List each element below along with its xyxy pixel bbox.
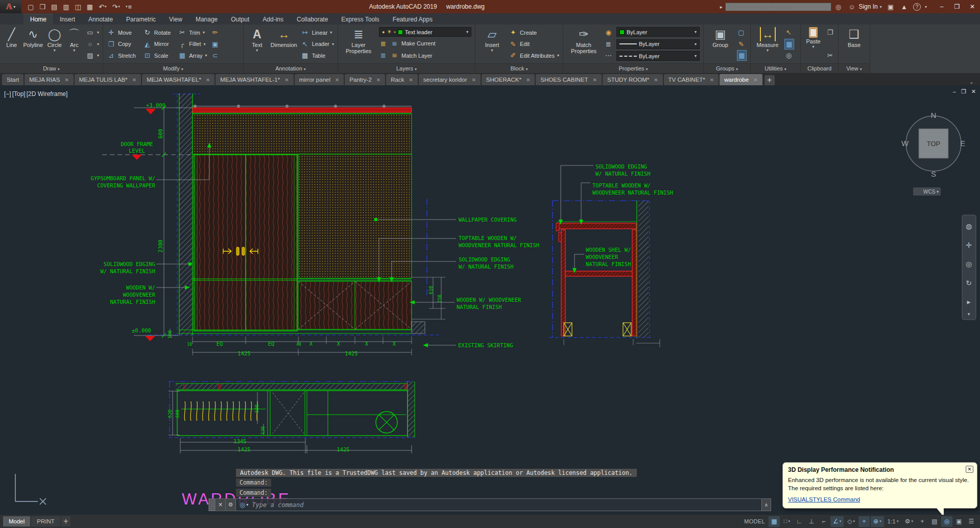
ungroup-button[interactable]: ▢ (737, 27, 747, 38)
isometric-drafting-toggle[interactable]: ◇▾ (845, 516, 857, 527)
file-tab-rack[interactable]: Rack✕ (386, 74, 418, 85)
workspace-switching-button[interactable]: ⚙▾ (902, 516, 916, 527)
file-tab-secretary-koridor[interactable]: secretary koridor✕ (419, 74, 481, 85)
tab-overflow-button[interactable]: ⌄ (965, 79, 978, 85)
dimension-button[interactable]: ↔Dimension (271, 26, 297, 62)
undo-button[interactable]: ↶▾ (97, 3, 108, 11)
copy-clip-button[interactable]: ❐ (826, 27, 834, 38)
object-color-dropdown[interactable]: ByLayer▾ (616, 27, 700, 37)
utilities-panel-label[interactable]: Utilities ▾ (751, 63, 800, 73)
file-tab-start[interactable]: Start (2, 74, 23, 85)
edit-attributes-button[interactable]: ✐Edit Attributes▾ (509, 50, 559, 61)
leader-button[interactable]: ↖Leader▾ (301, 39, 334, 50)
restore-button[interactable]: ❐ (949, 0, 965, 13)
base-button[interactable]: ❑Base (842, 26, 866, 62)
close-tab-icon[interactable]: ✕ (593, 77, 597, 83)
dynamic-input-toggle[interactable]: ⊥ (806, 516, 817, 527)
viewcube-west[interactable]: W (901, 139, 909, 148)
ribbon-tab-parametric[interactable]: Parametric (119, 14, 162, 25)
command-expand-button[interactable]: ∧ (762, 498, 771, 511)
file-tab-mirror-panel[interactable]: mirror panel✕ (295, 74, 344, 85)
polar-tracking-toggle[interactable]: ∠▾ (830, 516, 844, 527)
object-snap-tracking-toggle[interactable]: + (858, 516, 870, 527)
ribbon-tab-view[interactable]: View (162, 14, 189, 25)
arc-button[interactable]: ⌒Arc▾ (66, 26, 82, 62)
viewcube[interactable]: TOP N S W E WCS ▾ (901, 111, 965, 196)
object-snap-toggle[interactable]: ⊕▾ (871, 516, 884, 527)
visual-style-control[interactable]: [2D Wireframe] (27, 90, 68, 98)
offset-button[interactable]: ⊂ (211, 50, 220, 61)
array-button[interactable]: ▦Array▾ (178, 50, 207, 61)
trim-button[interactable]: ✂Trim▾ (178, 27, 207, 38)
plot-button[interactable]: ▦ (85, 3, 95, 11)
minimize-button[interactable]: – (934, 0, 949, 13)
navbar-menu-icon[interactable]: ▾ (968, 311, 970, 317)
scale-button[interactable]: ⊡Scale (143, 50, 171, 61)
model-layout-tab[interactable]: Model (3, 516, 30, 526)
file-tab-meja-tulis-lab-[interactable]: MEJA TULIS LAB*✕ (75, 74, 141, 85)
close-tab-icon[interactable]: ✕ (206, 77, 210, 83)
erase-button[interactable]: ✏ (211, 27, 220, 38)
match-properties-button[interactable]: ✑Match Properties (567, 26, 601, 62)
ellipse-button[interactable]: ○▾ (86, 39, 99, 50)
annotation-monitor-toggle[interactable]: + (917, 516, 928, 527)
properties-panel-label[interactable]: Properties ▾ (563, 63, 703, 73)
save-button[interactable]: ▤ (49, 3, 59, 11)
command-customize-button[interactable]: ⚙ (225, 498, 235, 511)
draw-panel-label[interactable]: Draw ▾ (0, 63, 103, 73)
quick-calculator-button[interactable]: ▦ (784, 39, 794, 50)
new-drawing-tab-button[interactable]: + (764, 75, 775, 85)
command-input[interactable]: ◎▾ Type a command (235, 498, 762, 511)
ortho-mode-toggle[interactable]: ⌐ (818, 516, 829, 527)
command-search-icon[interactable]: ◎ (240, 501, 245, 509)
sign-in-button[interactable]: ☺ Sign In ▾ (847, 3, 882, 11)
new-layout-button[interactable]: + (61, 516, 70, 526)
new-button[interactable]: ▢ (26, 3, 36, 11)
full-navigation-wheel-icon[interactable]: ◍ (966, 222, 972, 230)
help-search-input[interactable] (725, 3, 831, 11)
make-current-button[interactable]: ≣≋Make Current (379, 38, 471, 49)
close-tab-icon[interactable]: ✕ (753, 77, 757, 83)
close-tab-icon[interactable]: ✕ (376, 77, 380, 83)
quick-properties-toggle[interactable]: ▤ (929, 516, 940, 527)
ribbon-tab-annotate[interactable]: Annotate (82, 14, 119, 25)
ribbon-tab-insert[interactable]: Insert (53, 14, 82, 25)
group-selection-toggle[interactable]: ▦ (737, 50, 747, 61)
command-window-grip[interactable] (208, 498, 215, 511)
viewcube-east[interactable]: E (960, 139, 965, 148)
help-icon[interactable]: ? (913, 3, 921, 11)
ribbon-tab-manage[interactable]: Manage (189, 14, 224, 25)
doc-close-button[interactable]: ✕ (971, 88, 976, 95)
view-panel-label[interactable]: View ▾ (839, 63, 870, 73)
ribbon-tab-add-ins[interactable]: Add-ins (256, 14, 290, 25)
fillet-button[interactable]: ╭Fillet▾ (178, 39, 207, 50)
clipboard-panel-label[interactable]: Clipboard (801, 63, 838, 73)
hatch-button[interactable]: ▨▾ (86, 50, 99, 61)
binoculars-search-icon[interactable]: ◎ (834, 3, 843, 11)
save-as-button[interactable]: ▥ (61, 3, 71, 11)
annotation-scale-button[interactable]: 1:1▾ (885, 516, 901, 527)
customization-button[interactable]: ☰ (966, 516, 977, 527)
close-tab-icon[interactable]: ✕ (409, 77, 413, 83)
create-block-button[interactable]: ✦Create (509, 27, 559, 38)
file-tab-meja-rias[interactable]: MEJA RIAS✕ (25, 74, 73, 85)
circle-button[interactable]: ◯Circle▾ (46, 26, 62, 62)
copy-button[interactable]: ❐Copy (107, 39, 136, 50)
snap-mode-toggle[interactable]: ∷▾ (781, 516, 793, 527)
edit-block-button[interactable]: ✎Edit (509, 39, 559, 50)
group-edit-button[interactable]: ✎ (737, 39, 747, 50)
zoom-extents-icon[interactable]: ◎ (966, 260, 972, 268)
modify-panel-label[interactable]: Modify ▾ (103, 63, 243, 73)
file-tab-tv-cabinet-[interactable]: TV CABINET*✕ (664, 74, 719, 85)
clean-screen-toggle[interactable]: ▣ (953, 516, 965, 527)
linear-dimension-button[interactable]: ↦Linear▾ (301, 27, 334, 38)
customize-qat-button[interactable]: ▾≡ (124, 3, 134, 11)
app-store-cart-icon[interactable]: ▣ (886, 3, 895, 11)
file-tab-shoes-cabinet[interactable]: SHOES CABINET✕ (536, 74, 602, 85)
file-tab-meja-washtafel-[interactable]: MEJA WASHTAFEL*✕ (142, 74, 214, 85)
viewcube-south[interactable]: S (931, 170, 936, 178)
mirror-button[interactable]: ◭Mirror (143, 39, 171, 50)
table-button[interactable]: ▦Table (301, 50, 334, 61)
close-tab-icon[interactable]: ✕ (471, 77, 475, 83)
quick-select-button[interactable]: ↖ (784, 27, 794, 38)
